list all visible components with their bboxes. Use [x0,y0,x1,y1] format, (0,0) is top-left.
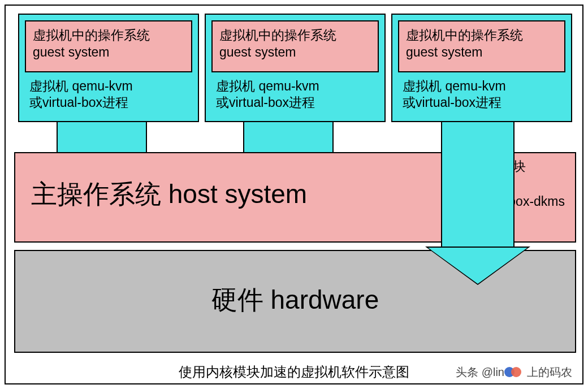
vm-box-1: 虚拟机中的操作系统 guest system 虚拟机 qemu-kvm 或vir… [18,14,199,122]
hardware-title: 硬件 hardware [15,283,575,318]
guest-os-title-1: 虚拟机中的操作系统 [33,27,184,44]
vm-box-3: 虚拟机中的操作系统 guest system 虚拟机 qemu-kvm 或vir… [391,14,572,122]
watermark-suffix: 上的码农 [527,366,572,378]
connector-vm1-to-host [57,122,147,153]
vm-label-3: 虚拟机 qemu-kvm 或virtual-box进程 [398,78,565,111]
vm-label-1-line2: 或virtual-box进程 [29,94,192,111]
vm-label-1-line1: 虚拟机 qemu-kvm [29,78,192,94]
guest-os-title-3: 虚拟机中的操作系统 [406,27,557,44]
guest-os-title-2: 虚拟机中的操作系统 [219,27,371,44]
watermark-prefix: 头条 @lin [456,366,504,378]
host-system-title: 主操作系统 host system [31,177,307,212]
watermark-logo-icon [504,365,527,378]
guest-os-box-1: 虚拟机中的操作系统 guest system [25,20,192,72]
vm-label-1: 虚拟机 qemu-kvm 或virtual-box进程 [25,78,192,111]
guest-os-subtitle-2: guest system [219,44,371,61]
watermark-text: 头条 @lin上的码农 [456,365,572,380]
arrow-vm3-to-hardware-head [428,248,528,284]
vm-label-2-line1: 虚拟机 qemu-kvm [216,78,379,94]
connector-vm2-to-host [243,122,334,153]
vm-box-2: 虚拟机中的操作系统 guest system 虚拟机 qemu-kvm 或vir… [205,14,386,122]
guest-os-box-3: 虚拟机中的操作系统 guest system [398,20,565,72]
guest-os-box-2: 虚拟机中的操作系统 guest system [211,20,379,72]
arrow-vm3-to-hardware-shaft [441,122,514,249]
vm-label-3-line2: 或virtual-box进程 [403,94,565,111]
vm-label-2: 虚拟机 qemu-kvm 或virtual-box进程 [211,78,379,111]
guest-os-subtitle-3: guest system [406,44,557,61]
guest-os-subtitle-1: guest system [33,44,184,61]
diagram-frame: 主操作系统 host system 内核模块 kvm.ko virtualbox… [5,5,583,384]
vm-label-2-line2: 或virtual-box进程 [216,94,379,111]
vm-label-3-line1: 虚拟机 qemu-kvm [403,78,565,94]
